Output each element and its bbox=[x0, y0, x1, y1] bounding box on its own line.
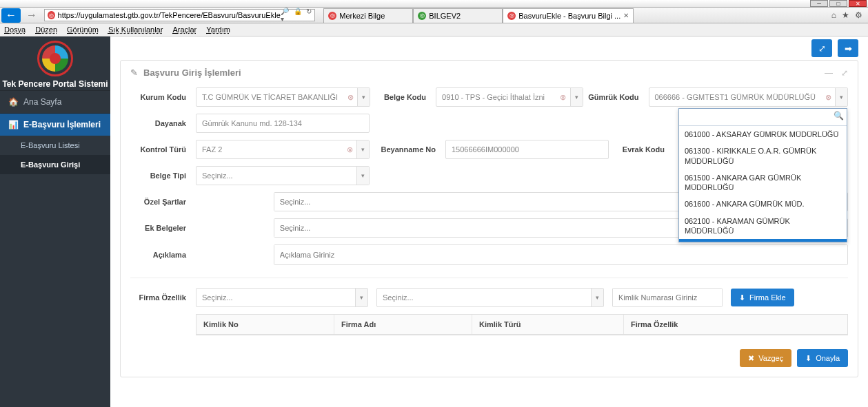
browser-favorites-icon[interactable]: ★ bbox=[842, 10, 849, 20]
chevron-down-icon[interactable]: ▾ bbox=[356, 140, 369, 158]
firma-ekle-button[interactable]: ⬇ Firma Ekle bbox=[731, 289, 794, 306]
panel-header: ✎ Başvuru Giriş İşlemleri — ⤢ bbox=[130, 67, 848, 78]
nav-forward-button[interactable]: → bbox=[22, 8, 41, 23]
browser-tab[interactable]: ◎BILGEV2 bbox=[413, 8, 503, 23]
panel-collapse-icon[interactable]: — bbox=[825, 68, 833, 78]
chevron-down-icon[interactable]: ▾ bbox=[835, 88, 847, 106]
beyanname-no-value: 15066666IM000000 bbox=[446, 145, 608, 154]
clear-icon[interactable]: ⊗ bbox=[343, 93, 357, 102]
window-titlebar: ─ □ ✕ bbox=[0, 0, 868, 8]
chevron-down-icon[interactable]: ▾ bbox=[591, 289, 603, 306]
label-ozel-sartlar: Özel Şartlar bbox=[130, 198, 196, 206]
belge-kodu-select[interactable]: 0910 - TPS - Geçici İthalat İzni ⊗ ▾ bbox=[436, 87, 583, 107]
gumruk-kodu-dropdown-popup: 🔍 061000 - AKSARAY GÜMRÜK MÜDÜRLÜĞÜ 0613… bbox=[678, 108, 847, 242]
label-kurum-kodu: Kurum Kodu bbox=[130, 93, 196, 101]
dropdown-option[interactable]: 062100 - KARAMAN GÜMRÜK MÜDÜRLÜĞÜ bbox=[679, 213, 847, 240]
chevron-down-icon[interactable]: ▾ bbox=[355, 289, 367, 306]
chevron-down-icon[interactable]: ▾ bbox=[357, 88, 370, 106]
table-header-kimlikno: Kimlik No bbox=[196, 315, 334, 334]
sidebar-item-label: E-Başvuru İşlemleri bbox=[23, 120, 101, 129]
dropdown-option-selected[interactable]: 066666 - GGMTEST1 GÜMRÜK MÜDÜRLÜĞÜ bbox=[679, 239, 847, 242]
clear-icon[interactable]: ⊗ bbox=[343, 145, 356, 154]
window-minimize-button[interactable]: ─ bbox=[810, 0, 828, 7]
close-icon: ✖ bbox=[748, 354, 754, 363]
belge-kodu-value: 0910 - TPS - Geçici İthalat İzni bbox=[436, 93, 556, 101]
aciklama-input[interactable] bbox=[274, 244, 848, 265]
clear-icon[interactable]: ⊗ bbox=[821, 93, 835, 102]
window-restore-button[interactable]: □ bbox=[829, 0, 847, 7]
sidebar-item-home[interactable]: 🏠 Ana Sayfa bbox=[0, 90, 110, 113]
logout-button[interactable]: ➡ bbox=[838, 39, 858, 57]
tab-favicon-icon: ◎ bbox=[507, 12, 516, 20]
menu-view[interactable]: Görünüm bbox=[67, 25, 99, 34]
fullscreen-button[interactable]: ⤢ bbox=[811, 39, 832, 57]
browser-tab-active[interactable]: ◎BasvuruEkle - Başvuru Bilgi ...✕ bbox=[503, 8, 634, 23]
search-icon[interactable]: 🔍 bbox=[832, 111, 845, 123]
kurum-kodu-select[interactable]: T.C GÜMRÜK VE TİCARET BAKANLIĞI ⊗ ▾ bbox=[196, 87, 370, 107]
browser-nav-bar: ← → ◎ https://uygulamatest.gtb.gov.tr/Te… bbox=[0, 8, 868, 23]
clear-icon[interactable]: ⊗ bbox=[556, 93, 570, 102]
tab-favicon-icon: ◎ bbox=[418, 12, 426, 20]
kimlik-numarasi-input[interactable] bbox=[612, 288, 723, 307]
sidebar-subitem-liste[interactable]: E-Başvuru Listesi bbox=[0, 136, 110, 155]
logout-icon: ➡ bbox=[845, 43, 852, 54]
url-bar[interactable]: ◎ https://uygulamatest.gtb.gov.tr/TekPen… bbox=[44, 9, 315, 21]
browser-menu-bar: Dosya Düzen Görünüm Sık Kullanılanlar Ar… bbox=[0, 23, 868, 36]
panel-expand-icon[interactable]: ⤢ bbox=[841, 68, 848, 78]
sidebar: Tek Pencere Portal Sistemi 🏠 Ana Sayfa 📊… bbox=[0, 36, 110, 407]
kimlik-numarasi-field[interactable] bbox=[613, 289, 722, 306]
firma-select2-placeholder: Seçiniz... bbox=[377, 293, 591, 302]
menu-help[interactable]: Yardım bbox=[206, 25, 230, 34]
kurum-kodu-value: T.C GÜMRÜK VE TİCARET BAKANLIĞI bbox=[196, 93, 343, 101]
dropdown-option[interactable]: 061000 - AKSARAY GÜMRÜK MÜDÜRLÜĞÜ bbox=[679, 126, 847, 143]
dropdown-option[interactable]: 061500 - ANKARA GAR GÜMRÜK MÜDÜRLÜĞÜ bbox=[679, 169, 847, 196]
menu-favorites[interactable]: Sık Kullanılanlar bbox=[108, 25, 163, 34]
label-belge-kodu: Belge Kodu bbox=[370, 93, 436, 101]
browser-tab[interactable]: ◎Merkezi Bilge bbox=[323, 8, 413, 23]
site-favicon-icon: ◎ bbox=[48, 11, 55, 19]
chevron-down-icon[interactable]: ▾ bbox=[356, 167, 369, 185]
refresh-icon[interactable]: ↻ bbox=[306, 8, 312, 23]
browser-home-icon[interactable]: ⌂ bbox=[831, 10, 836, 20]
label-gumruk-kodu: Gümrük Kodu bbox=[583, 93, 649, 101]
tab-label: BILGEV2 bbox=[429, 12, 461, 20]
dropdown-search-input[interactable] bbox=[681, 111, 832, 123]
dayanak-input[interactable]: Gümrük Kanunu md. 128-134 bbox=[196, 114, 370, 133]
menu-file[interactable]: Dosya bbox=[4, 25, 26, 34]
firma-ozellik-select-2[interactable]: Seçiniz... ▾ bbox=[376, 288, 604, 307]
table-header-row: Kimlik No Firma Adı Kimlik Türü Firma Öz… bbox=[196, 315, 847, 335]
sidebar-item-ebasvuru[interactable]: 📊 E-Başvuru İşlemleri bbox=[0, 113, 110, 136]
window-close-button[interactable]: ✕ bbox=[849, 0, 867, 7]
sidebar-item-label: Ana Sayfa bbox=[23, 97, 61, 107]
belge-tipi-placeholder: Seçiniz... bbox=[196, 171, 356, 180]
chevron-down-icon[interactable]: ▾ bbox=[570, 88, 583, 106]
firma-table: Kimlik No Firma Adı Kimlik Türü Firma Öz… bbox=[196, 314, 848, 335]
section-divider bbox=[130, 278, 848, 278]
portal-logo-block: Tek Pencere Portal Sistemi bbox=[0, 36, 110, 90]
menu-edit[interactable]: Düzen bbox=[35, 25, 57, 34]
beyanname-no-input[interactable]: 15066666IM000000 bbox=[445, 140, 609, 159]
dropdown-option-list[interactable]: 061000 - AKSARAY GÜMRÜK MÜDÜRLÜĞÜ 061300… bbox=[679, 126, 847, 242]
top-action-bar: ⤢ ➡ bbox=[110, 36, 868, 60]
url-text: https://uygulamatest.gtb.gov.tr/TekPence… bbox=[58, 11, 281, 19]
firma-ekle-label: Firma Ekle bbox=[749, 293, 786, 302]
menu-tools[interactable]: Araçlar bbox=[172, 25, 196, 34]
aciklama-field[interactable] bbox=[274, 245, 847, 264]
vazgec-button[interactable]: ✖ Vazgeç bbox=[740, 349, 791, 367]
nav-back-button[interactable]: ← bbox=[1, 8, 21, 23]
belge-tipi-select[interactable]: Seçiniz... ▾ bbox=[196, 166, 370, 185]
label-belge-tipi: Belge Tipi bbox=[130, 171, 196, 180]
firma-ozellik-select-1[interactable]: Seçiniz... ▾ bbox=[196, 288, 368, 307]
label-kontrol-turu: Kontrol Türü bbox=[130, 145, 196, 154]
onayla-button[interactable]: ⬇ Onayla bbox=[797, 349, 848, 367]
tab-close-icon[interactable]: ✕ bbox=[623, 12, 629, 19]
browser-tools-icon[interactable]: ⚙ bbox=[855, 10, 862, 20]
dropdown-option[interactable]: 061600 - ANKARA GÜMRÜK MÜD. bbox=[679, 196, 847, 212]
kontrol-turu-select[interactable]: FAZ 2 ⊗ ▾ bbox=[196, 140, 370, 159]
label-evrak-kodu: Evrak Kodu bbox=[609, 145, 674, 154]
sidebar-subitem-giris[interactable]: E-Başvuru Girişi bbox=[0, 155, 110, 174]
tab-favicon-icon: ◎ bbox=[328, 12, 336, 20]
label-dayanak: Dayanak bbox=[130, 119, 196, 127]
dropdown-option[interactable]: 061300 - KIRIKKALE O.A.R. GÜMRÜK MÜDÜRLÜ… bbox=[679, 143, 847, 169]
gumruk-kodu-select[interactable]: 066666 - GGMTEST1 GÜMRÜK MÜDÜRLÜĞÜ ⊗ ▾ 🔍 bbox=[649, 87, 849, 107]
